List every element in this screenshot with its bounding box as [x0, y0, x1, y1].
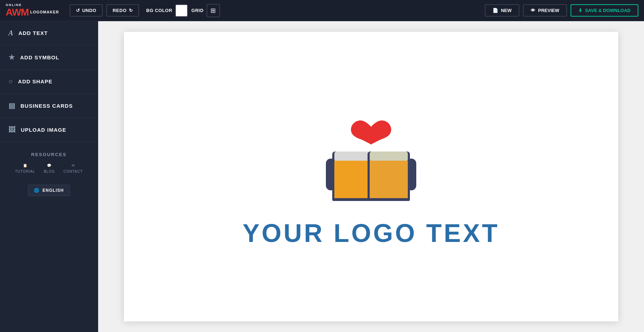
grid-label: GRID [191, 8, 204, 13]
left-mug-foam [334, 152, 372, 161]
bg-color-section: BG COLOR [146, 4, 188, 17]
save-icon: ⬇ [578, 8, 582, 13]
resources-links: 📋 TUTORIAL 💬 BLOG ✉ CONTACT [7, 164, 91, 173]
logo-brand-text: AWM [6, 7, 29, 18]
right-mug-bottom [368, 198, 410, 201]
redo-icon: ↻ [129, 8, 133, 13]
globe-icon: 🌐 [34, 188, 40, 193]
sidebar-item-business-cards[interactable]: ▤ BUSINESS CARDS [0, 94, 98, 118]
preview-eye-icon: 👁 [531, 8, 535, 13]
language-label: ENGLISH [42, 188, 64, 193]
heart-shape [351, 120, 391, 144]
upload-image-label: UPLOAD IMAGE [21, 127, 66, 133]
contact-icon: ✉ [72, 164, 75, 167]
main-layout: A ADD TEXT ★ ADD SYMBOL ○ ADD SHAPE ▤ BU… [0, 21, 644, 332]
right-mug-beer [370, 161, 408, 199]
sidebar-item-add-symbol[interactable]: ★ ADD SYMBOL [0, 45, 98, 70]
logo-preview: YOUR LOGO TEXT [243, 106, 500, 248]
new-button[interactable]: 📄 NEW [485, 4, 519, 17]
logo-online-text: ONLINE [6, 3, 59, 7]
add-text-label: ADD TEXT [18, 30, 48, 36]
business-card-icon: ▤ [8, 101, 16, 110]
blog-link[interactable]: 💬 BLOG [44, 164, 55, 173]
grid-icon: ⊞ [210, 7, 216, 14]
right-mug-foam [370, 152, 408, 161]
canvas[interactable]: YOUR LOGO TEXT [124, 32, 618, 321]
beer-mugs-svg [304, 106, 438, 215]
logo[interactable]: ONLINE AWM LOGOMAKER [6, 3, 59, 18]
bg-color-swatch[interactable] [175, 4, 188, 17]
grid-toggle-button[interactable]: ⊞ [207, 4, 220, 17]
preview-button[interactable]: 👁 PREVIEW [523, 4, 567, 17]
add-symbol-label: ADD SYMBOL [20, 54, 59, 60]
resources-title: RESOURCES [7, 152, 91, 157]
sidebar-item-add-shape[interactable]: ○ ADD SHAPE [0, 70, 98, 94]
circle-icon: ○ [8, 77, 13, 85]
save-download-button[interactable]: ⬇ SAVE & DOWNLOAD [571, 4, 638, 17]
undo-label: UNDO [82, 8, 96, 13]
logo-maker-text: LOGOMAKER [30, 10, 59, 14]
redo-label: REDO [113, 8, 127, 13]
undo-icon: ↺ [76, 8, 80, 13]
undo-button[interactable]: ↺ UNDO [70, 4, 103, 17]
language-button[interactable]: 🌐 ENGLISH [28, 185, 70, 196]
bg-color-label: BG COLOR [146, 8, 172, 13]
logo-text-display[interactable]: YOUR LOGO TEXT [243, 219, 500, 248]
toolbar: ONLINE AWM LOGOMAKER ↺ UNDO REDO ↻ BG CO… [0, 0, 644, 21]
sidebar-item-upload-image[interactable]: 🖼 UPLOAD IMAGE [0, 118, 98, 142]
beer-illustration [304, 106, 438, 215]
left-mug-beer [334, 161, 372, 199]
grid-section: GRID ⊞ [191, 4, 220, 17]
blog-icon: 💬 [47, 164, 52, 167]
contact-label: CONTACT [64, 170, 83, 173]
tutorial-label: TUTORIAL [15, 170, 35, 173]
new-label: NEW [501, 8, 512, 13]
new-file-icon: 📄 [493, 8, 498, 13]
image-upload-icon: 🖼 [8, 126, 16, 134]
save-label: SAVE & DOWNLOAD [585, 8, 631, 13]
add-shape-label: ADD SHAPE [18, 78, 52, 84]
redo-button[interactable]: REDO ↻ [106, 4, 139, 17]
canvas-area: YOUR LOGO TEXT [98, 21, 644, 332]
resources-section: RESOURCES 📋 TUTORIAL 💬 BLOG ✉ CONTACT [0, 142, 98, 179]
star-icon: ★ [8, 53, 15, 61]
sidebar: A ADD TEXT ★ ADD SYMBOL ○ ADD SHAPE ▤ BU… [0, 21, 98, 332]
sidebar-item-add-text[interactable]: A ADD TEXT [0, 21, 98, 45]
blog-label: BLOG [44, 170, 55, 173]
business-cards-label: BUSINESS CARDS [20, 103, 73, 109]
text-icon: A [8, 29, 13, 37]
tutorial-icon: 📋 [23, 164, 28, 167]
tutorial-link[interactable]: 📋 TUTORIAL [15, 164, 35, 173]
contact-link[interactable]: ✉ CONTACT [64, 164, 83, 173]
preview-label: PREVIEW [538, 8, 559, 13]
